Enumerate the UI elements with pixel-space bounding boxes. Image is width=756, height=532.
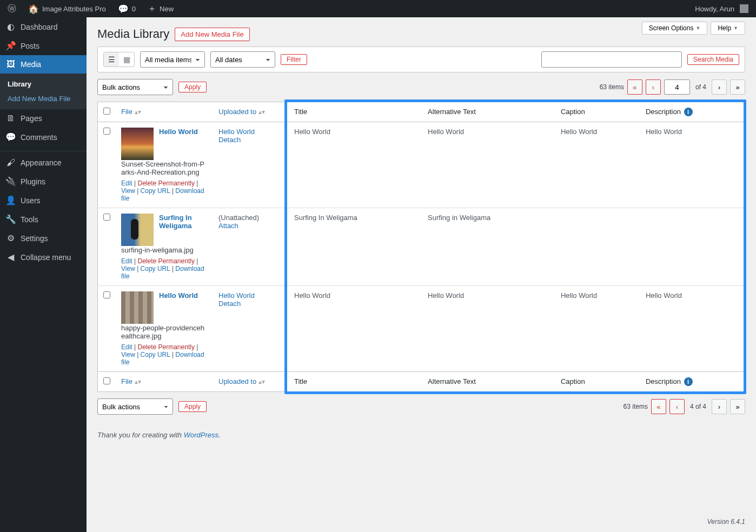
media-type-filter[interactable]: All media items	[140, 51, 205, 68]
cell-title: Hello World	[289, 286, 422, 372]
view-link[interactable]: View	[121, 351, 135, 358]
apply-button-bottom[interactable]: Apply	[178, 401, 207, 412]
media-search-input[interactable]	[541, 51, 682, 68]
edit-link[interactable]: Edit	[121, 343, 132, 351]
prev-page-button[interactable]: ‹	[646, 79, 661, 95]
media-filename: Sunset-Screenshot-from-Parks-And-Recreat…	[121, 160, 208, 176]
col-file-foot[interactable]: File ▴▾	[116, 372, 213, 392]
select-all-checkbox-foot[interactable]	[103, 377, 110, 384]
howdy-account[interactable]: Howdy, Arun	[692, 4, 752, 13]
sidebar-item-pages[interactable]: 🗎Pages	[0, 109, 87, 128]
col-uploaded-foot[interactable]: Uploaded to ▴▾	[213, 372, 289, 392]
search-media-button[interactable]: Search Media	[687, 54, 739, 65]
sidebar-item-collapse-menu[interactable]: ◀Collapse menu	[0, 248, 87, 267]
col-title: Title	[289, 102, 422, 122]
cell-caption: Hello World	[555, 122, 640, 208]
first-page-button[interactable]: «	[627, 79, 642, 95]
date-filter[interactable]: All dates	[210, 51, 275, 68]
wp-logo[interactable]: ⓦ	[4, 3, 19, 15]
col-alt: Alternative Text	[422, 102, 555, 122]
sort-icon: ▴▾	[135, 378, 141, 385]
uploaded-to-link[interactable]: Hello World	[218, 291, 255, 300]
filter-button[interactable]: Filter	[281, 54, 307, 65]
prev-page-button-bottom[interactable]: ‹	[669, 399, 685, 414]
row-checkbox[interactable]	[103, 128, 110, 135]
media-title-link[interactable]: Hello World	[159, 291, 198, 300]
info-icon[interactable]: i	[684, 108, 693, 116]
sidebar-sub-add-new-media-file[interactable]: Add New Media File	[0, 91, 87, 106]
avatar-icon	[740, 4, 748, 13]
sidebar-item-tools[interactable]: 🔧Tools	[0, 210, 87, 229]
media-title-link[interactable]: Surfing In Weligama	[159, 214, 192, 230]
grid-view-button[interactable]: ▦	[119, 52, 134, 66]
delete-link[interactable]: Delete Permanently	[138, 179, 195, 187]
version-text: Version 6.4.1	[707, 518, 745, 526]
sidebar-item-users[interactable]: 👤Users	[0, 191, 87, 210]
detach-link[interactable]: Detach	[218, 300, 241, 308]
bulk-actions-select-bottom[interactable]: Bulk actions	[97, 398, 173, 415]
media-thumbnail[interactable]	[121, 291, 154, 324]
admin-sidebar: ◐Dashboard📌Posts🖼MediaLibraryAdd New Med…	[0, 17, 87, 532]
view-link[interactable]: View	[121, 187, 135, 195]
row-checkbox[interactable]	[103, 291, 110, 298]
copy-url-link[interactable]: Copy URL	[141, 265, 170, 272]
cell-title: Surfing In Weligama	[289, 208, 422, 286]
view-link[interactable]: View	[121, 265, 135, 272]
uploaded-to-link[interactable]: Hello World	[218, 128, 255, 136]
delete-link[interactable]: Delete Permanently	[138, 343, 195, 351]
edit-link[interactable]: Edit	[121, 257, 132, 265]
attach-link[interactable]: Attach	[218, 222, 238, 230]
add-new-media-button[interactable]: Add New Media File	[175, 28, 249, 41]
menu-icon: 📌	[5, 41, 16, 51]
page-number-input[interactable]	[664, 79, 690, 95]
table-row: Hello World Sunset-Screenshot-from-Parks…	[98, 122, 745, 208]
new-content[interactable]: ＋New	[144, 3, 177, 15]
menu-icon: 🖌	[5, 158, 16, 168]
sidebar-item-appearance[interactable]: 🖌Appearance	[0, 154, 87, 172]
last-page-button[interactable]: »	[730, 79, 745, 95]
sidebar-item-plugins[interactable]: 🔌Plugins	[0, 172, 87, 191]
menu-icon: 🔧	[5, 214, 16, 224]
wordpress-link[interactable]: WordPress	[184, 431, 218, 439]
menu-icon: 🗎	[5, 114, 16, 123]
copy-url-link[interactable]: Copy URL	[141, 351, 170, 358]
edit-link[interactable]: Edit	[121, 179, 132, 187]
sidebar-item-dashboard[interactable]: ◐Dashboard	[0, 17, 87, 36]
last-page-button-bottom[interactable]: »	[730, 399, 745, 414]
help-button[interactable]: Help▼	[711, 22, 745, 35]
new-label: New	[160, 5, 174, 13]
screen-options-button[interactable]: Screen Options▼	[642, 22, 708, 35]
next-page-button[interactable]: ›	[712, 79, 727, 95]
row-checkbox[interactable]	[103, 214, 110, 221]
sidebar-sub-library[interactable]: Library	[0, 77, 87, 91]
sort-icon: ▴▾	[135, 108, 141, 116]
col-file[interactable]: File ▴▾	[116, 102, 213, 122]
cell-description: Hello World	[640, 286, 745, 372]
first-page-button-bottom[interactable]: «	[651, 399, 666, 414]
sidebar-item-media[interactable]: 🖼Media	[0, 55, 87, 74]
bulk-actions-select[interactable]: Bulk actions	[97, 79, 173, 95]
plus-icon: ＋	[148, 3, 156, 15]
copy-url-link[interactable]: Copy URL	[141, 187, 170, 195]
col-uploaded[interactable]: Uploaded to ▴▾	[213, 102, 289, 122]
next-page-button-bottom[interactable]: ›	[712, 399, 727, 414]
sidebar-item-settings[interactable]: ⚙Settings	[0, 229, 87, 248]
select-all-checkbox[interactable]	[103, 108, 110, 115]
list-view-button[interactable]: ☰	[104, 52, 119, 66]
sidebar-item-posts[interactable]: 📌Posts	[0, 36, 87, 55]
site-name: Image Attributes Pro	[42, 5, 106, 13]
media-thumbnail[interactable]	[121, 128, 154, 160]
menu-icon: ⚙	[5, 233, 16, 243]
info-icon[interactable]: i	[684, 377, 693, 386]
menu-icon: ◀	[5, 252, 16, 262]
comments-link[interactable]: 💬0	[115, 4, 139, 14]
sidebar-item-comments[interactable]: 💬Comments	[0, 128, 87, 147]
apply-button-top[interactable]: Apply	[178, 82, 207, 92]
delete-link[interactable]: Delete Permanently	[138, 257, 195, 265]
detach-link[interactable]: Detach	[218, 136, 241, 144]
media-title-link[interactable]: Hello World	[159, 128, 198, 136]
menu-icon: 🔌	[5, 176, 16, 187]
site-home[interactable]: 🏠Image Attributes Pro	[25, 4, 109, 14]
media-thumbnail[interactable]	[121, 214, 154, 246]
table-row: Surfing In Weligama surfing-in-weligama.…	[98, 208, 745, 286]
